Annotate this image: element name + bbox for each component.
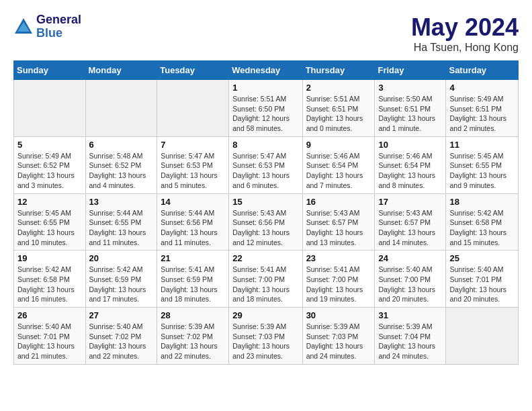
calendar-cell: 24Sunrise: 5:40 AMSunset: 7:00 PMDayligh… (375, 250, 446, 308)
calendar-week-row: 26Sunrise: 5:40 AMSunset: 7:01 PMDayligh… (14, 308, 519, 365)
calendar-cell: 17Sunrise: 5:43 AMSunset: 6:57 PMDayligh… (375, 193, 446, 250)
calendar-cell: 6Sunrise: 5:48 AMSunset: 6:52 PMDaylight… (85, 136, 157, 193)
day-number: 21 (161, 253, 225, 263)
calendar-cell: 1Sunrise: 5:51 AMSunset: 6:50 PMDaylight… (229, 80, 302, 137)
logo: General Blue (13, 13, 81, 40)
calendar-cell: 28Sunrise: 5:39 AMSunset: 7:02 PMDayligh… (157, 308, 229, 365)
calendar-cell (14, 80, 86, 137)
col-header-wednesday: Wednesday (229, 61, 302, 80)
day-info: Sunrise: 5:43 AMSunset: 6:57 PMDaylight:… (306, 208, 371, 248)
calendar-cell: 13Sunrise: 5:44 AMSunset: 6:55 PMDayligh… (85, 193, 157, 250)
logo-text: General Blue (36, 13, 81, 40)
day-info: Sunrise: 5:40 AMSunset: 7:00 PMDaylight:… (378, 265, 442, 304)
title-block: May 2024 Ha Tsuen, Hong Kong (411, 13, 519, 54)
calendar-cell (85, 80, 157, 137)
day-number: 14 (161, 197, 225, 207)
day-number: 4 (449, 83, 515, 93)
calendar-cell: 27Sunrise: 5:40 AMSunset: 7:02 PMDayligh… (85, 308, 157, 365)
day-info: Sunrise: 5:40 AMSunset: 7:01 PMDaylight:… (17, 322, 82, 361)
day-info: Sunrise: 5:42 AMSunset: 6:58 PMDaylight:… (17, 265, 82, 304)
col-header-thursday: Thursday (302, 61, 375, 80)
calendar-cell: 12Sunrise: 5:45 AMSunset: 6:55 PMDayligh… (14, 193, 86, 250)
day-number: 20 (89, 253, 154, 263)
day-info: Sunrise: 5:46 AMSunset: 6:54 PMDaylight:… (378, 151, 442, 191)
day-number: 3 (378, 83, 442, 93)
page-header: General Blue May 2024 Ha Tsuen, Hong Kon… (13, 13, 519, 54)
col-header-tuesday: Tuesday (157, 61, 229, 80)
day-info: Sunrise: 5:43 AMSunset: 6:56 PMDaylight:… (232, 208, 298, 248)
day-number: 2 (306, 83, 371, 93)
day-info: Sunrise: 5:39 AMSunset: 7:04 PMDaylight:… (378, 322, 442, 361)
calendar-cell: 9Sunrise: 5:46 AMSunset: 6:54 PMDaylight… (302, 136, 375, 193)
calendar-cell: 26Sunrise: 5:40 AMSunset: 7:01 PMDayligh… (14, 308, 86, 365)
calendar-cell: 8Sunrise: 5:47 AMSunset: 6:53 PMDaylight… (229, 136, 302, 193)
day-number: 19 (17, 253, 82, 263)
calendar-header-row: SundayMondayTuesdayWednesdayThursdayFrid… (14, 61, 519, 80)
day-info: Sunrise: 5:44 AMSunset: 6:56 PMDaylight:… (161, 208, 225, 248)
day-number: 1 (232, 83, 298, 93)
day-number: 22 (232, 253, 298, 263)
calendar-cell (157, 80, 229, 137)
col-header-saturday: Saturday (446, 61, 519, 80)
calendar-cell: 29Sunrise: 5:39 AMSunset: 7:03 PMDayligh… (229, 308, 302, 365)
day-info: Sunrise: 5:44 AMSunset: 6:55 PMDaylight:… (89, 208, 154, 248)
calendar-cell: 22Sunrise: 5:41 AMSunset: 7:00 PMDayligh… (229, 250, 302, 308)
col-header-monday: Monday (85, 61, 157, 80)
day-number: 29 (232, 310, 298, 320)
day-info: Sunrise: 5:40 AMSunset: 7:02 PMDaylight:… (89, 322, 154, 361)
calendar-cell: 20Sunrise: 5:42 AMSunset: 6:59 PMDayligh… (85, 250, 157, 308)
day-info: Sunrise: 5:45 AMSunset: 6:55 PMDaylight:… (449, 151, 515, 191)
day-info: Sunrise: 5:41 AMSunset: 7:00 PMDaylight:… (306, 265, 371, 304)
day-info: Sunrise: 5:50 AMSunset: 6:51 PMDaylight:… (378, 94, 442, 134)
day-info: Sunrise: 5:45 AMSunset: 6:55 PMDaylight:… (17, 208, 82, 248)
day-info: Sunrise: 5:39 AMSunset: 7:02 PMDaylight:… (161, 322, 225, 361)
calendar-cell: 31Sunrise: 5:39 AMSunset: 7:04 PMDayligh… (375, 308, 446, 365)
day-info: Sunrise: 5:49 AMSunset: 6:52 PMDaylight:… (17, 151, 82, 191)
calendar-cell: 16Sunrise: 5:43 AMSunset: 6:57 PMDayligh… (302, 193, 375, 250)
day-info: Sunrise: 5:40 AMSunset: 7:01 PMDaylight:… (449, 265, 515, 304)
day-info: Sunrise: 5:41 AMSunset: 7:00 PMDaylight:… (232, 265, 298, 304)
day-number: 24 (378, 253, 442, 263)
day-info: Sunrise: 5:47 AMSunset: 6:53 PMDaylight:… (232, 151, 298, 191)
day-info: Sunrise: 5:48 AMSunset: 6:52 PMDaylight:… (89, 151, 154, 191)
col-header-sunday: Sunday (14, 61, 86, 80)
day-info: Sunrise: 5:51 AMSunset: 6:51 PMDaylight:… (306, 94, 371, 134)
day-number: 31 (378, 310, 442, 320)
day-number: 17 (378, 197, 442, 207)
day-info: Sunrise: 5:39 AMSunset: 7:03 PMDaylight:… (232, 322, 298, 361)
day-number: 28 (161, 310, 225, 320)
day-info: Sunrise: 5:41 AMSunset: 6:59 PMDaylight:… (161, 265, 225, 304)
calendar-cell: 3Sunrise: 5:50 AMSunset: 6:51 PMDaylight… (375, 80, 446, 137)
logo-icon (13, 17, 34, 37)
day-info: Sunrise: 5:46 AMSunset: 6:54 PMDaylight:… (306, 151, 371, 191)
calendar-cell: 23Sunrise: 5:41 AMSunset: 7:00 PMDayligh… (302, 250, 375, 308)
calendar-table: SundayMondayTuesdayWednesdayThursdayFrid… (13, 60, 519, 365)
day-number: 25 (449, 253, 515, 263)
day-info: Sunrise: 5:49 AMSunset: 6:51 PMDaylight:… (449, 94, 515, 134)
calendar-subtitle: Ha Tsuen, Hong Kong (411, 42, 519, 54)
day-number: 11 (449, 140, 515, 150)
day-number: 13 (89, 197, 154, 207)
col-header-friday: Friday (375, 61, 446, 80)
day-number: 10 (378, 140, 442, 150)
day-info: Sunrise: 5:42 AMSunset: 6:59 PMDaylight:… (89, 265, 154, 304)
calendar-cell: 30Sunrise: 5:39 AMSunset: 7:03 PMDayligh… (302, 308, 375, 365)
day-number: 23 (306, 253, 371, 263)
day-number: 30 (306, 310, 371, 320)
day-info: Sunrise: 5:47 AMSunset: 6:53 PMDaylight:… (161, 151, 225, 191)
calendar-cell: 4Sunrise: 5:49 AMSunset: 6:51 PMDaylight… (446, 80, 519, 137)
day-number: 26 (17, 310, 82, 320)
calendar-cell: 11Sunrise: 5:45 AMSunset: 6:55 PMDayligh… (446, 136, 519, 193)
calendar-cell: 10Sunrise: 5:46 AMSunset: 6:54 PMDayligh… (375, 136, 446, 193)
day-number: 12 (17, 197, 82, 207)
day-info: Sunrise: 5:39 AMSunset: 7:03 PMDaylight:… (306, 322, 371, 361)
calendar-cell: 2Sunrise: 5:51 AMSunset: 6:51 PMDaylight… (302, 80, 375, 137)
day-number: 18 (449, 197, 515, 207)
day-number: 16 (306, 197, 371, 207)
calendar-week-row: 12Sunrise: 5:45 AMSunset: 6:55 PMDayligh… (14, 193, 519, 250)
calendar-week-row: 5Sunrise: 5:49 AMSunset: 6:52 PMDaylight… (14, 136, 519, 193)
calendar-cell (446, 308, 519, 365)
day-number: 5 (17, 140, 82, 150)
calendar-cell: 19Sunrise: 5:42 AMSunset: 6:58 PMDayligh… (14, 250, 86, 308)
day-number: 6 (89, 140, 154, 150)
